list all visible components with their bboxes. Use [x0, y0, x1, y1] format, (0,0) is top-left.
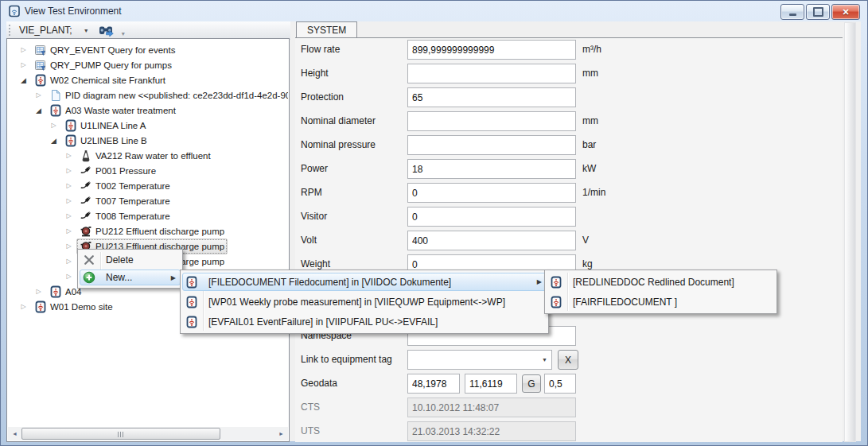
tree-item-content[interactable]: A03 Waste water treatment	[46, 103, 179, 118]
equipment-tag-combobox[interactable]: ▼	[407, 350, 552, 370]
field-input[interactable]	[407, 183, 576, 203]
menu-item[interactable]: [REDLINEDDOC Redlined Document]	[545, 272, 777, 292]
expander-collapsed-icon[interactable]: ▷	[61, 167, 76, 174]
scrollbar-track[interactable]	[21, 427, 274, 440]
expander-collapsed-icon[interactable]: ▷	[61, 227, 76, 235]
tree-item-content[interactable]: QRY_PUMP Query for pumps	[31, 57, 175, 73]
expander-collapsed-icon[interactable]: ▷	[16, 46, 31, 53]
tree-item-content[interactable]: T008 Temperature	[76, 208, 173, 224]
filedocument-submenu: [REDLINEDDOC Redlined Document][FAIRFILE…	[544, 270, 777, 314]
tree-item[interactable]: ▷P001 Pressure	[8, 163, 288, 178]
field-input[interactable]	[407, 135, 576, 155]
tree-item-content[interactable]: T002 Temperature	[76, 178, 173, 194]
field-input[interactable]	[407, 111, 576, 131]
scroll-right-icon[interactable]: ►	[274, 427, 288, 440]
menu-item[interactable]: [EVFAIL01 EventFailure] in [VIIPUFAIL PU…	[181, 312, 548, 332]
tree-item-label: W02 Chemical site Frankfurt	[50, 76, 165, 85]
expander-collapsed-icon[interactable]: ▷	[61, 242, 76, 250]
main-window: { "window": { "title": "View Test Enviro…	[0, 0, 868, 446]
expander-collapsed-icon[interactable]: ▷	[61, 258, 76, 265]
field-input[interactable]	[407, 207, 576, 227]
menu-item[interactable]: [FAIRFILEDOCUMENT ]	[545, 292, 777, 312]
tree-item-content[interactable]: VA212 Raw water to effluent	[76, 148, 214, 164]
tree-item-content[interactable]: PID diagram new <<published: ce2e23dd-df…	[46, 87, 288, 103]
plant-selector[interactable]: VIE_PLANT; ▼	[16, 23, 92, 37]
tree-item[interactable]: ▷PID diagram new <<published: ce2e23dd-d…	[8, 87, 288, 103]
expander-collapsed-icon[interactable]: ▷	[61, 197, 76, 204]
expander-collapsed-icon[interactable]: ▷	[61, 273, 76, 280]
menu-item-label: [EVFAIL01 EventFailure] in [VIIPUFAIL PU…	[208, 316, 438, 328]
scroll-left-icon[interactable]: ◄	[8, 427, 21, 440]
menu-item-label: New...	[106, 272, 132, 283]
tree-item-content[interactable]: P001 Pressure	[76, 163, 159, 179]
unit-label: bar	[582, 135, 596, 155]
expander-collapsed-icon[interactable]: ▷	[16, 61, 31, 68]
tree-item[interactable]: ▷QRY_PUMP Query for pumps	[8, 57, 288, 72]
field-input[interactable]	[407, 421, 576, 441]
menu-item[interactable]: [FILEDOCUMENT Filedocument] in [VIIDOC D…	[181, 272, 548, 292]
sensor-icon	[80, 165, 92, 177]
expander-collapsed-icon[interactable]: ▷	[61, 182, 76, 189]
tree-item[interactable]: ▷T007 Temperature	[8, 193, 288, 208]
clear-link-button[interactable]: X	[558, 350, 578, 370]
find-button[interactable]	[99, 24, 114, 37]
tree-item[interactable]: ▷QRY_EVENT Query for events	[8, 42, 288, 57]
tree-item[interactable]: ▷U1LINEA Line A	[8, 118, 288, 133]
maximize-button[interactable]	[806, 4, 830, 20]
tree-item-content[interactable]: U2LINEB Line B	[61, 133, 150, 149]
tree-item-content[interactable]: T007 Temperature	[76, 193, 173, 209]
tree-item-content[interactable]: PU212 Effluent discharge pump	[76, 223, 228, 239]
expander-expanded-icon[interactable]: ◢	[46, 137, 61, 145]
field-input[interactable]	[407, 231, 576, 250]
pump-icon	[80, 225, 92, 238]
minimize-button[interactable]	[780, 4, 804, 20]
tree-item[interactable]: ▷VA212 Raw water to effluent	[8, 148, 288, 163]
unit-label: V	[582, 231, 589, 250]
tree-item[interactable]: ▷PU212 Effluent discharge pump	[8, 223, 288, 239]
field-input[interactable]	[407, 159, 576, 179]
radius-input[interactable]	[544, 374, 576, 394]
tab-system[interactable]: SYSTEM	[296, 21, 357, 37]
window-title: View Test Environment	[25, 6, 122, 17]
geodata-button[interactable]: G	[522, 374, 541, 393]
field-input[interactable]	[407, 64, 576, 83]
expander-collapsed-icon[interactable]: ▷	[46, 122, 61, 129]
expander-collapsed-icon[interactable]: ▷	[31, 91, 46, 99]
unit-label: m³/h	[582, 40, 601, 60]
tree-item[interactable]: ◢A03 Waste water treatment	[8, 103, 288, 118]
tree-item[interactable]: ▷T002 Temperature	[8, 178, 288, 193]
expander-collapsed-icon[interactable]: ▷	[61, 212, 76, 219]
menu-item-label: [REDLINEDDOC Redlined Document]	[573, 277, 734, 288]
menu-item[interactable]: [WP01 Weekly probe measurement] in [VIIE…	[181, 292, 548, 312]
menu-item-label: [FILEDOCUMENT Filedocument] in [VIIDOC D…	[208, 277, 451, 288]
title-bar: View Test Environment ✕	[1, 1, 867, 21]
tree-item[interactable]: ▷T008 Temperature	[8, 208, 288, 223]
close-button[interactable]: ✕	[831, 4, 860, 20]
latitude-input[interactable]	[407, 374, 460, 394]
menu-item[interactable]: Delete	[78, 251, 182, 269]
menu-item[interactable]: New...▶	[78, 269, 182, 286]
tree-item-content[interactable]: W02 Chemical site Frankfurt	[31, 72, 169, 88]
field-input[interactable]	[407, 40, 576, 60]
tree-item-content[interactable]: U1LINEA Line A	[61, 118, 149, 134]
field-input[interactable]	[407, 87, 576, 107]
site-icon	[49, 285, 62, 298]
horizontal-scrollbar[interactable]: ◄ ►	[8, 427, 288, 440]
longitude-input[interactable]	[465, 374, 517, 394]
vertical-scrollbar[interactable]	[844, 22, 856, 442]
field-input[interactable]	[407, 398, 576, 417]
expander-expanded-icon[interactable]: ◢	[16, 76, 31, 84]
expander-collapsed-icon[interactable]: ▷	[61, 152, 76, 159]
scrollbar-thumb[interactable]	[21, 428, 220, 440]
tree-item[interactable]: ◢W02 Chemical site Frankfurt	[8, 72, 288, 87]
query-icon	[34, 59, 47, 72]
expander-collapsed-icon[interactable]: ▷	[16, 303, 31, 310]
field-label: UTS	[301, 421, 406, 441]
tree-item-content[interactable]: W01 Demo site	[31, 299, 116, 315]
expander-expanded-icon[interactable]: ◢	[31, 107, 46, 114]
tree-item-label: T002 Temperature	[95, 181, 170, 191]
tree-item-content[interactable]: QRY_EVENT Query for events	[31, 42, 178, 58]
expander-collapsed-icon[interactable]: ▷	[31, 288, 46, 295]
valve-icon	[80, 149, 92, 162]
tree-item[interactable]: ◢U2LINEB Line B	[8, 133, 288, 148]
